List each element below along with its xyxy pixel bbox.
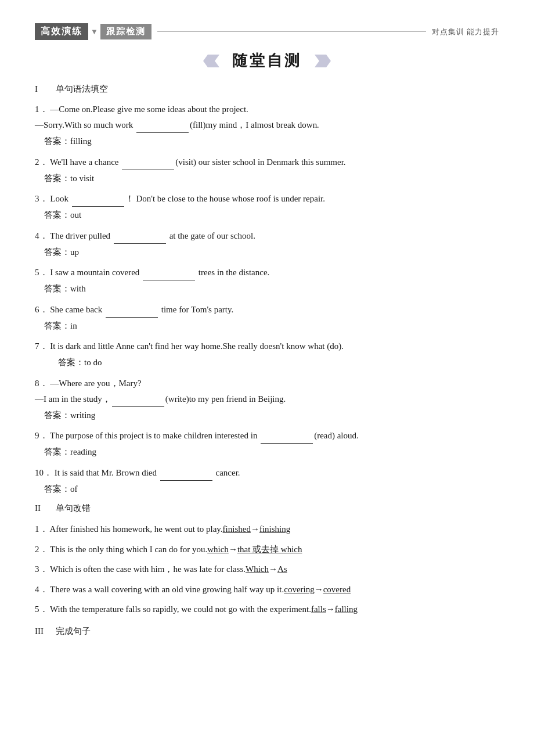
header-arrow: ▼ — [91, 27, 98, 37]
question-7: 7． It is dark and little Anne can't find… — [35, 339, 499, 371]
q1-line2: —Sorry.With so much work (fill)my mind，I… — [35, 120, 319, 129]
corr4-arrow: → — [315, 585, 323, 594]
q2-blank — [122, 170, 174, 170]
corr5-from: falls — [311, 604, 326, 614]
q9-answer: 答案：reading — [44, 444, 499, 460]
q6-blank — [106, 317, 158, 318]
header-left: 高效演练 ▼ 跟踪检测 — [35, 23, 151, 40]
correction-5: 5． With the temperature falls so rapidly… — [35, 601, 499, 618]
question-8: 8． —Where are you，Mary? —I am in the stu… — [35, 376, 499, 424]
correction-3: 3． Which is often the case with him，he w… — [35, 561, 499, 578]
corr4-num: 4． — [35, 585, 48, 594]
corr1-from: finished — [223, 524, 251, 534]
corr3-to: As — [277, 564, 287, 574]
question-6: 6． She came back time for Tom's party. 答… — [35, 302, 499, 334]
question-10: 10． It is said that Mr. Brown died cance… — [35, 465, 499, 498]
question-2: 2． We'll have a chance (visit) our siste… — [35, 154, 499, 187]
page: 高效演练 ▼ 跟踪检测 对点集训 能力提升 随堂自测 I 单句语法填空 1． —… — [0, 0, 534, 756]
header-title: 高效演练 — [35, 23, 88, 40]
page-title: 随堂自测 — [221, 51, 313, 71]
section-ii-header: II 单句改错 — [35, 503, 499, 514]
section-iii-title: 完成句子 — [56, 626, 91, 637]
q8-line1: —Where are you，Mary? — [50, 379, 141, 388]
q1-num: 1． — [35, 105, 48, 114]
q7-num: 7． — [35, 341, 48, 351]
section-i-header: I 单句语法填空 — [35, 84, 499, 95]
q10-answer: 答案：of — [44, 481, 499, 498]
corr1-num: 1． — [35, 524, 48, 534]
q1-answer: 答案：filling — [44, 133, 499, 150]
header-line — [157, 31, 426, 32]
q7-text: It is dark and little Anne can't find he… — [50, 341, 344, 351]
q1-line1: —Come on.Please give me some ideas about… — [50, 105, 248, 114]
corr3-text: Which is often the case with him，he was … — [50, 564, 246, 574]
q8-blank — [112, 406, 164, 407]
q10-text: It is said that Mr. Brown died cancer. — [55, 468, 240, 477]
q3-answer: 答案：out — [44, 207, 499, 224]
question-4: 4． The driver pulled at the gate of our … — [35, 228, 499, 261]
corr4-text: There was a wall covering with an old vi… — [50, 585, 284, 594]
question-1: 1． —Come on.Please give me some ideas ab… — [35, 102, 499, 150]
page-title-container: 随堂自测 — [35, 51, 499, 71]
correction-2: 2． This is the only thing which I can do… — [35, 541, 499, 558]
corr2-text: This is the only thing which I can do fo… — [50, 545, 207, 554]
corr1-to: finishing — [259, 524, 290, 534]
section-ii-roman: II — [35, 503, 46, 513]
correction-1: 1． After finished his homework, he went … — [35, 521, 499, 538]
header: 高效演练 ▼ 跟踪检测 对点集训 能力提升 — [35, 23, 499, 40]
header-track: 跟踪检测 — [100, 24, 151, 39]
q2-num: 2． — [35, 157, 48, 167]
corr1-arrow: → — [251, 524, 259, 534]
q4-blank — [114, 243, 166, 244]
corr3-arrow: → — [269, 564, 277, 574]
correction-4: 4． There was a wall covering with an old… — [35, 581, 499, 598]
section-ii-title: 单句改错 — [56, 503, 91, 514]
q8-num: 8． — [35, 379, 48, 388]
q8-answer: 答案：writing — [44, 407, 499, 424]
corr5-arrow: → — [326, 604, 335, 614]
corr2-from: which — [207, 545, 229, 554]
q10-blank — [160, 480, 212, 481]
section-iii-header: III 完成句子 — [35, 626, 499, 637]
q10-num: 10． — [35, 468, 52, 477]
q9-text: The purpose of this project is to make c… — [50, 431, 359, 440]
corr2-arrow: → — [229, 545, 237, 554]
corr3-num: 3． — [35, 564, 48, 574]
corr5-num: 5． — [35, 604, 48, 614]
corr5-to: falling — [335, 604, 358, 614]
q5-blank — [143, 280, 195, 280]
q3-num: 3． — [35, 194, 48, 203]
q3-text: Look ！ Don't be close to the house whose… — [50, 194, 325, 203]
corr4-from: covering — [284, 585, 314, 594]
q6-num: 6． — [35, 305, 48, 314]
q9-num: 9． — [35, 431, 48, 440]
section-i-roman: I — [35, 84, 46, 94]
q9-blank — [261, 443, 313, 444]
corr4-to: covered — [323, 585, 351, 594]
q5-num: 5． — [35, 268, 48, 277]
question-5: 5． I saw a mountain covered trees in the… — [35, 265, 499, 297]
q2-text: We'll have a chance (visit) our sister s… — [50, 157, 346, 167]
q1-blank — [136, 132, 189, 133]
corr2-to: that 或去掉 which — [237, 545, 302, 554]
q6-answer: 答案：in — [44, 318, 499, 334]
q4-num: 4． — [35, 231, 48, 240]
corr2-num: 2． — [35, 545, 48, 554]
q4-text: The driver pulled at the gate of our sch… — [50, 231, 255, 240]
q5-answer: 答案：with — [44, 280, 499, 297]
question-3: 3． Look ！ Don't be close to the house wh… — [35, 191, 499, 224]
header-right: 对点集训 能力提升 — [432, 27, 499, 37]
corr5-text: With the temperature falls so rapidly, w… — [50, 604, 311, 614]
question-9: 9． The purpose of this project is to mak… — [35, 428, 499, 460]
corr3-from: Which — [246, 564, 269, 574]
corr1-text: After finished his homework, he went out… — [49, 524, 222, 534]
q6-text: She came back time for Tom's party. — [50, 305, 233, 314]
q8-line2: —I am in the study，(write)to my pen frie… — [35, 394, 286, 404]
q2-answer: 答案：to visit — [44, 170, 499, 187]
q4-answer: 答案：up — [44, 244, 499, 261]
q7-answer: 答案：to do — [58, 354, 499, 371]
section-i-title: 单句语法填空 — [56, 84, 108, 95]
section-iii-roman: III — [35, 627, 46, 636]
q5-text: I saw a mountain covered trees in the di… — [50, 268, 269, 277]
